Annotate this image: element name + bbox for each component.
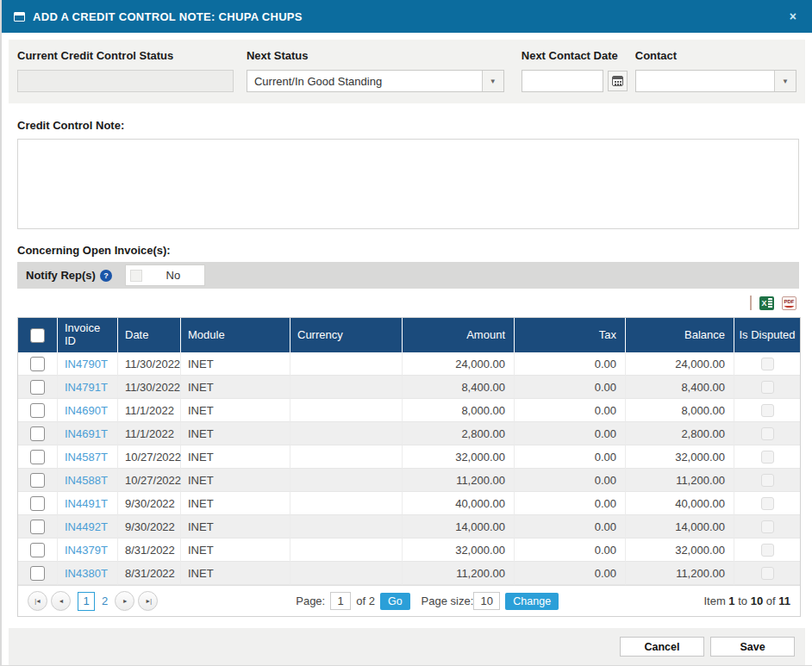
calendar-button[interactable]: [608, 71, 628, 91]
go-button[interactable]: Go: [380, 593, 410, 610]
invoice-id-link[interactable]: IN4690T: [65, 404, 108, 417]
note-label: Credit Control Note:: [17, 119, 812, 132]
module-cell: INET: [180, 445, 290, 469]
amount-cell: 24,000.00: [402, 352, 514, 376]
page-2-link[interactable]: 2: [102, 594, 108, 607]
is-disputed-checkbox: [761, 520, 774, 533]
contact-value: [636, 71, 774, 91]
date-cell: 8/31/2022: [117, 562, 180, 585]
invoice-id-link[interactable]: IN4379T: [65, 544, 108, 557]
invoice-id-link[interactable]: IN4588T: [65, 474, 108, 487]
prev-page-button[interactable]: ◄: [51, 591, 71, 611]
module-cell: INET: [180, 469, 290, 492]
amount-cell: 14,000.00: [402, 515, 514, 538]
export-excel-icon[interactable]: X: [759, 296, 774, 310]
invoice-id-link[interactable]: IN4380T: [65, 567, 108, 580]
amount-cell: 11,200.00: [402, 469, 514, 492]
balance-cell: 32,000.00: [625, 538, 734, 562]
row-checkbox[interactable]: [30, 566, 45, 581]
save-button[interactable]: Save: [710, 637, 795, 657]
table-row: IN4587T 10/27/2022 INET 32,000.00 0.00 3…: [18, 445, 800, 469]
close-icon[interactable]: ×: [786, 9, 800, 24]
next-status-field: Next Status Current/In Good Standing ▼: [247, 49, 504, 92]
toggle-state-label: No: [142, 269, 204, 282]
excel-x-glyph: X: [761, 298, 767, 308]
tax-cell: 0.00: [514, 492, 625, 515]
next-status-dropdown[interactable]: Current/In Good Standing ▼: [247, 70, 504, 92]
first-page-button[interactable]: |◄: [28, 591, 47, 611]
is-disputed-checkbox: [761, 427, 774, 440]
pdf-text-glyph: PDF: [784, 299, 795, 304]
current-status-input: [17, 70, 234, 92]
help-icon[interactable]: ?: [100, 270, 112, 282]
page-number-input[interactable]: [330, 592, 351, 610]
is-disputed-checkbox: [761, 358, 774, 370]
is-disputed-checkbox: [761, 567, 774, 580]
tax-cell: 0.00: [514, 469, 625, 492]
dialog-footer: Cancel Save: [9, 628, 805, 665]
currency-cell: [290, 562, 402, 585]
module-cell: INET: [180, 399, 290, 422]
select-all-checkbox[interactable]: [30, 328, 45, 343]
currency-cell: [290, 538, 402, 562]
row-checkbox[interactable]: [30, 496, 45, 511]
page-size-input[interactable]: [473, 592, 500, 610]
credit-control-note-textarea[interactable]: [17, 139, 799, 229]
row-checkbox[interactable]: [30, 520, 45, 534]
is-disputed-checkbox: [761, 381, 774, 394]
cancel-button[interactable]: Cancel: [620, 637, 704, 657]
row-checkbox[interactable]: [30, 403, 45, 418]
row-checkbox[interactable]: [30, 543, 45, 557]
row-checkbox[interactable]: [30, 426, 45, 441]
module-cell: INET: [180, 492, 290, 515]
next-contact-date-input[interactable]: [522, 70, 603, 92]
dialog-titlebar: ADD A CREDIT CONTROL NOTE: CHUPA CHUPS ×: [2, 0, 812, 33]
amount-cell: 2,800.00: [402, 422, 514, 445]
change-button[interactable]: Change: [505, 593, 559, 610]
balance-cell: 11,200.00: [625, 562, 734, 585]
col-invoice-id: Invoice ID: [57, 318, 117, 352]
row-checkbox[interactable]: [30, 380, 45, 395]
currency-cell: [290, 469, 402, 492]
balance-cell: 2,800.00: [625, 422, 734, 445]
col-module: Module: [180, 318, 290, 352]
invoice-id-link[interactable]: IN4790T: [65, 358, 108, 370]
col-currency: Currency: [290, 318, 402, 352]
notify-reps-toggle[interactable]: No: [125, 265, 205, 286]
next-page-button[interactable]: ►: [115, 591, 134, 611]
date-cell: 11/1/2022: [117, 399, 180, 422]
invoice-id-link[interactable]: IN4492T: [65, 520, 108, 533]
tax-cell: 0.00: [514, 562, 625, 585]
contact-dropdown[interactable]: ▼: [635, 70, 796, 92]
currency-cell: [290, 492, 402, 515]
table-row: IN4380T 8/31/2022 INET 11,200.00 0.00 11…: [18, 562, 800, 585]
chevron-down-icon[interactable]: ▼: [482, 71, 503, 91]
row-checkbox[interactable]: [30, 450, 45, 464]
dialog-title: ADD A CREDIT CONTROL NOTE: CHUPA CHUPS: [33, 10, 303, 23]
toggle-knob: [130, 270, 142, 282]
row-checkbox[interactable]: [30, 357, 45, 371]
module-cell: INET: [180, 562, 290, 585]
export-pdf-icon[interactable]: PDF: [782, 296, 796, 310]
next-status-label: Next Status: [247, 49, 504, 62]
current-status-field: Current Credit Control Status: [17, 49, 234, 92]
date-cell: 9/30/2022: [117, 492, 180, 515]
chevron-down-icon[interactable]: ▼: [774, 71, 796, 91]
tax-cell: 0.00: [514, 445, 625, 469]
is-disputed-checkbox: [761, 497, 774, 510]
module-cell: INET: [180, 352, 290, 376]
notify-reps-label: Notify Rep(s): [26, 269, 96, 282]
invoice-id-link[interactable]: IN4791T: [65, 381, 108, 394]
amount-cell: 8,000.00: [402, 399, 514, 422]
invoice-id-link[interactable]: IN4491T: [65, 497, 108, 510]
currency-cell: [290, 352, 402, 376]
invoice-id-link[interactable]: IN4691T: [65, 427, 108, 440]
last-page-button[interactable]: ►|: [138, 591, 158, 611]
date-cell: 9/30/2022: [117, 515, 180, 538]
page-size-label: Page size:: [422, 594, 474, 607]
invoice-id-link[interactable]: IN4587T: [65, 451, 108, 464]
date-cell: 11/30/2022: [117, 376, 180, 399]
pager: |◄ ◄ 1 2 ► ►| Page: of 2 Go Page size: C…: [18, 585, 800, 616]
next-contact-date-field: Next Contact Date: [522, 49, 628, 92]
row-checkbox[interactable]: [30, 473, 45, 488]
